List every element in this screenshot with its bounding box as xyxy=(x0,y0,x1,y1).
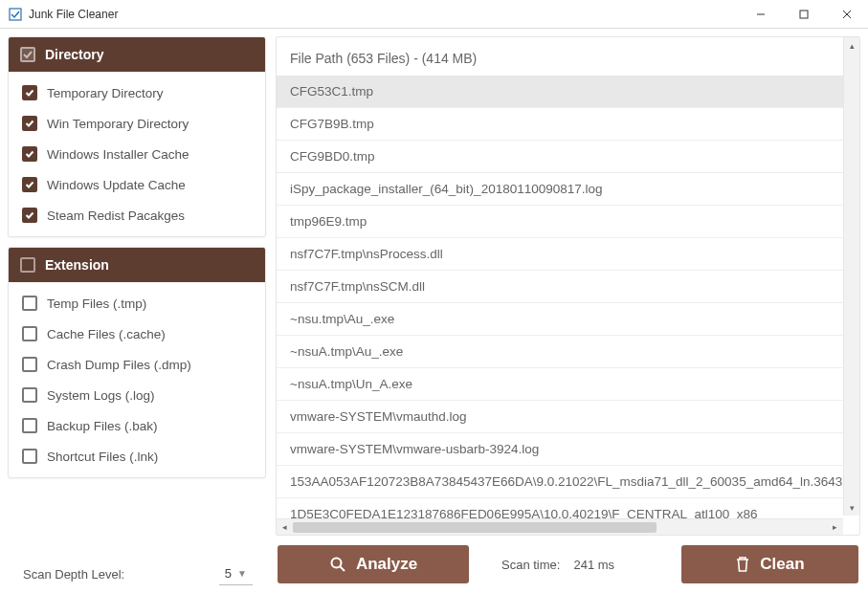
checkbox[interactable] xyxy=(22,357,37,372)
file-row[interactable]: CFG7B9B.tmp xyxy=(277,108,843,141)
extension-panel: Extension Temp Files (.tmp)Cache Files (… xyxy=(8,247,266,478)
extension-item-5[interactable]: Shortcut Files (.lnk) xyxy=(9,441,265,472)
svg-rect-2 xyxy=(800,11,808,18)
checkbox-label: Steam Redist Pacakges xyxy=(47,209,185,223)
checkbox[interactable] xyxy=(22,418,37,433)
checkbox[interactable] xyxy=(22,146,37,162)
dropdown-caret-icon: ▼ xyxy=(237,568,247,579)
svg-line-6 xyxy=(340,567,345,572)
scan-depth-value: 5 xyxy=(225,566,232,581)
checkbox-label: Cache Files (.cache) xyxy=(47,327,166,341)
directory-item-2[interactable]: Windows Installer Cache xyxy=(9,139,265,169)
analyze-button-label: Analyze xyxy=(356,555,417,574)
checkbox-label: Backup Files (.bak) xyxy=(47,419,158,433)
horizontal-scroll-thumb[interactable] xyxy=(293,522,657,533)
scan-time-label: Scan time: xyxy=(501,558,560,572)
checkbox-label: Win Temporary Directory xyxy=(47,117,189,131)
extension-header-checkbox[interactable] xyxy=(20,257,35,273)
file-row[interactable]: vmware-SYSTEM\vmware-usbarb-3924.log xyxy=(277,433,843,466)
checkbox-label: Temp Files (.tmp) xyxy=(47,296,146,311)
file-row[interactable]: 153AA053AF120723B8A73845437E66DA\9.0.210… xyxy=(277,466,843,498)
close-button[interactable] xyxy=(825,0,868,29)
checkbox[interactable] xyxy=(22,116,37,131)
directory-item-1[interactable]: Win Temporary Directory xyxy=(9,108,265,139)
checkbox-label: Windows Update Cache xyxy=(47,178,186,192)
file-list-header: File Path (653 Files) - (414 MB) xyxy=(277,37,843,76)
file-row[interactable]: 1D5E3C0FEDA1E123187686FED06E995A\10.0.40… xyxy=(277,498,843,518)
checkbox-label: Windows Installer Cache xyxy=(47,147,189,162)
checkbox[interactable] xyxy=(22,387,37,403)
file-row[interactable]: ~nsuA.tmp\Au_.exe xyxy=(277,336,843,368)
extension-item-1[interactable]: Cache Files (.cache) xyxy=(9,318,265,349)
directory-header-checkbox[interactable] xyxy=(20,47,35,62)
extension-header-label: Extension xyxy=(45,257,109,273)
extension-item-4[interactable]: Backup Files (.bak) xyxy=(9,410,265,441)
checkbox[interactable] xyxy=(22,326,37,341)
directory-header-label: Directory xyxy=(45,47,103,62)
clean-button[interactable]: Clean xyxy=(681,545,858,583)
file-row[interactable]: vmware-SYSTEM\vmauthd.log xyxy=(277,401,843,433)
horizontal-scrollbar[interactable]: ◂ ▸ xyxy=(277,518,843,535)
scroll-right-arrow-icon[interactable]: ▸ xyxy=(827,519,843,535)
minimize-button[interactable] xyxy=(739,0,782,29)
file-row[interactable]: tmp96E9.tmp xyxy=(277,206,843,238)
checkbox-label: System Logs (.log) xyxy=(47,388,155,403)
scan-time-value: 241 ms xyxy=(573,558,614,572)
file-row[interactable]: CFG53C1.tmp xyxy=(277,76,843,108)
search-icon xyxy=(329,556,346,573)
checkbox[interactable] xyxy=(22,449,37,464)
file-row[interactable]: ~nsuA.tmp\Un_A.exe xyxy=(277,368,843,401)
directory-item-0[interactable]: Temporary Directory xyxy=(9,77,265,108)
title-bar: Junk File Cleaner xyxy=(0,0,868,29)
file-row[interactable]: iSpy_package_installer_(64_bit)_20180110… xyxy=(277,173,843,206)
file-row[interactable]: CFG9BD0.tmp xyxy=(277,141,843,173)
checkbox-label: Shortcut Files (.lnk) xyxy=(47,450,158,464)
scroll-up-arrow-icon[interactable]: ▴ xyxy=(844,37,859,54)
directory-panel: Directory Temporary DirectoryWin Tempora… xyxy=(8,36,266,237)
maximize-button[interactable] xyxy=(782,0,825,29)
directory-item-4[interactable]: Steam Redist Pacakges xyxy=(9,200,265,231)
file-row[interactable]: nsf7C7F.tmp\nsSCM.dll xyxy=(277,271,843,303)
file-list-panel: File Path (653 Files) - (414 MB) CFG53C1… xyxy=(276,36,860,536)
checkbox[interactable] xyxy=(22,208,37,223)
checkbox[interactable] xyxy=(22,177,37,192)
checkbox[interactable] xyxy=(22,296,37,311)
checkbox-label: Crash Dump Files (.dmp) xyxy=(47,358,191,372)
extension-item-0[interactable]: Temp Files (.tmp) xyxy=(9,288,265,318)
file-row[interactable]: nsf7C7F.tmp\nsProcess.dll xyxy=(277,238,843,271)
svg-rect-0 xyxy=(10,9,21,20)
file-row[interactable]: ~nsu.tmp\Au_.exe xyxy=(277,303,843,336)
extension-item-3[interactable]: System Logs (.log) xyxy=(9,380,265,410)
window-title: Junk File Cleaner xyxy=(29,8,739,21)
scroll-left-arrow-icon[interactable]: ◂ xyxy=(277,519,293,535)
clean-button-label: Clean xyxy=(760,555,804,574)
scan-depth-label: Scan Depth Level: xyxy=(13,567,124,582)
analyze-button[interactable]: Analyze xyxy=(278,545,469,583)
vertical-scrollbar[interactable]: ▴ ▾ xyxy=(843,37,859,516)
checkbox[interactable] xyxy=(22,85,37,100)
extension-item-2[interactable]: Crash Dump Files (.dmp) xyxy=(9,349,265,380)
svg-point-5 xyxy=(331,559,341,568)
app-icon xyxy=(8,7,23,22)
directory-item-3[interactable]: Windows Update Cache xyxy=(9,169,265,200)
trash-icon xyxy=(735,556,750,573)
checkbox-label: Temporary Directory xyxy=(47,86,164,100)
extension-header[interactable]: Extension xyxy=(9,248,265,282)
scroll-down-arrow-icon[interactable]: ▾ xyxy=(844,499,859,516)
scan-depth-select[interactable]: 5 ▼ xyxy=(219,562,253,585)
directory-header[interactable]: Directory xyxy=(9,37,265,72)
